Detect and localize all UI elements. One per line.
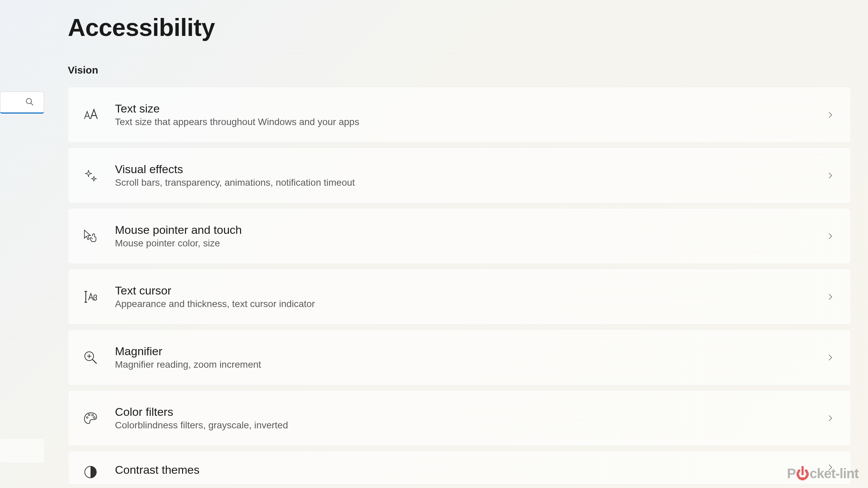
chevron-right-icon: [826, 171, 834, 180]
svg-point-9: [92, 414, 94, 416]
settings-list: Text size Text size that appears through…: [68, 87, 851, 485]
text-cursor-icon: [82, 288, 99, 306]
setting-desc: Appearance and thickness, text cursor in…: [115, 299, 826, 309]
power-icon: ⏻: [796, 466, 809, 481]
setting-text: Visual effects Scroll bars, transparency…: [115, 163, 826, 188]
sidebar-strip: [0, 0, 47, 488]
svg-point-10: [94, 416, 95, 418]
mouse-pointer-icon: [82, 227, 99, 245]
setting-item-visual-effects[interactable]: Visual effects Scroll bars, transparency…: [68, 147, 851, 203]
setting-title: Magnifier: [115, 345, 826, 358]
watermark-pre: P: [787, 466, 796, 481]
setting-desc: Colorblindness filters, grayscale, inver…: [115, 420, 826, 431]
setting-text: Color filters Colorblindness filters, gr…: [115, 405, 826, 431]
setting-desc: Text size that appears throughout Window…: [115, 117, 826, 127]
setting-title: Visual effects: [115, 163, 826, 176]
setting-desc: Scroll bars, transparency, animations, n…: [115, 177, 826, 188]
setting-item-text-cursor[interactable]: Text cursor Appearance and thickness, te…: [68, 269, 851, 325]
search-input[interactable]: [0, 92, 44, 114]
setting-desc: Magnifier reading, zoom increment: [115, 359, 826, 370]
setting-item-magnifier[interactable]: Magnifier Magnifier reading, zoom increm…: [68, 329, 851, 385]
chevron-right-icon: [826, 293, 834, 301]
setting-item-contrast-themes[interactable]: Contrast themes: [68, 451, 851, 485]
setting-item-text-size[interactable]: Text size Text size that appears through…: [68, 87, 851, 143]
watermark-post: cket-lint: [810, 466, 859, 481]
color-filters-icon: [82, 409, 99, 427]
setting-text: Contrast themes: [115, 463, 826, 476]
setting-text: Text size Text size that appears through…: [115, 102, 826, 127]
setting-title: Text cursor: [115, 284, 826, 297]
svg-line-6: [93, 360, 97, 364]
setting-title: Contrast themes: [115, 463, 826, 476]
content-area: Accessibility Vision Text size Text size…: [68, 14, 851, 485]
chevron-right-icon: [826, 232, 834, 240]
setting-text: Text cursor Appearance and thickness, te…: [115, 284, 826, 309]
text-size-icon: [82, 106, 99, 124]
setting-text: Magnifier Magnifier reading, zoom increm…: [115, 345, 826, 370]
page-title: Accessibility: [68, 14, 851, 41]
section-header-vision: Vision: [68, 64, 851, 76]
sidebar-nav-item[interactable]: [0, 439, 44, 463]
contrast-themes-icon: [82, 463, 99, 481]
visual-effects-icon: [82, 167, 99, 184]
setting-title: Mouse pointer and touch: [115, 223, 826, 237]
chevron-right-icon: [826, 111, 834, 119]
chevron-right-icon: [826, 353, 834, 362]
setting-text: Mouse pointer and touch Mouse pointer co…: [115, 223, 826, 249]
svg-point-0: [26, 98, 32, 103]
svg-point-8: [88, 414, 90, 415]
magnifier-icon: [82, 349, 99, 366]
watermark: P⏻cket-lint: [787, 466, 859, 481]
setting-title: Text size: [115, 102, 826, 115]
chevron-right-icon: [826, 414, 834, 422]
setting-desc: Mouse pointer color, size: [115, 238, 826, 249]
setting-item-mouse-pointer[interactable]: Mouse pointer and touch Mouse pointer co…: [68, 208, 851, 264]
setting-title: Color filters: [115, 405, 826, 419]
setting-item-color-filters[interactable]: Color filters Colorblindness filters, gr…: [68, 390, 851, 446]
search-icon: [25, 97, 34, 108]
svg-point-7: [86, 416, 88, 418]
svg-line-1: [31, 103, 33, 105]
